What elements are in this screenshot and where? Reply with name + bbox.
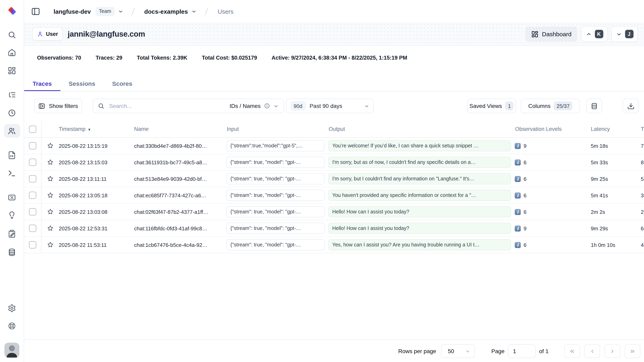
output-cell[interactable]: Hello! How can I assist you today?	[327, 206, 513, 218]
column-header-output[interactable]: Output	[327, 126, 513, 132]
table-row[interactable]: 2025-08-22 13:03:08chat:02f63f47-87b2-43…	[24, 204, 644, 220]
page-number-input[interactable]	[508, 344, 536, 358]
column-header-total-clipped[interactable]: T	[636, 126, 644, 132]
input-cell[interactable]: {"stream": true, "model": "gpt-…	[224, 223, 327, 234]
langfuse-logo-icon[interactable]	[7, 6, 17, 16]
sidebar-item-playground[interactable]	[4, 166, 20, 180]
output-cell[interactable]: I'm sorry, but as of now, I couldn't fin…	[327, 157, 513, 168]
latency-cell: 5m 18s	[588, 143, 636, 149]
column-header-observation-levels[interactable]: Observation Levels	[513, 126, 588, 132]
sidebar-item-tracing[interactable]	[4, 88, 20, 102]
sidebar-item-insights[interactable]	[4, 208, 20, 222]
breadcrumb-section[interactable]: docs-examples	[144, 8, 188, 15]
sidebar-item-home[interactable]	[4, 46, 20, 59]
clipboard-pen-icon	[8, 229, 16, 238]
output-cell[interactable]: I'm sorry, but I couldn't find any infor…	[327, 173, 513, 184]
output-cell[interactable]: You haven't provided any specific inform…	[327, 190, 513, 201]
input-cell[interactable]: {"stream":true,"model":"gpt-5",…	[224, 140, 327, 152]
total-cost-clipped-cell: 3	[636, 192, 644, 198]
select-all-checkbox[interactable]	[29, 126, 36, 133]
star-icon[interactable]	[46, 192, 54, 199]
breadcrumb-project[interactable]: langfuse-dev	[54, 8, 91, 15]
row-checkbox[interactable]	[29, 175, 36, 182]
date-range-selector[interactable]: 90d Past 90 days	[286, 99, 374, 113]
prev-page-button[interactable]	[584, 344, 600, 358]
row-checkbox[interactable]	[29, 208, 36, 216]
last-page-button[interactable]	[625, 344, 640, 358]
tab-traces[interactable]: Traces	[24, 76, 60, 91]
show-filters-button[interactable]: Show filters	[34, 99, 82, 113]
sidebar-item-dashboards[interactable]	[4, 64, 20, 77]
sidebar-item-settings[interactable]	[4, 301, 20, 315]
column-header-input[interactable]: Input	[224, 126, 327, 132]
next-page-button[interactable]	[604, 344, 620, 358]
input-preview: {"stream": true, "model": "gpt-…	[226, 190, 324, 201]
info-icon[interactable]	[264, 103, 270, 109]
total-cost-clipped-cell: 7	[636, 143, 644, 149]
table-header-row: Timestamp▼ Name Input Output Observation…	[24, 121, 644, 138]
output-cell[interactable]: Yes, how can I assist you? Are you havin…	[327, 239, 513, 250]
table-row[interactable]: 2025-08-22 13:05:18chat:ec685f77-7374-42…	[24, 187, 644, 204]
input-cell[interactable]: {"stream": true, "model": "gpt-…	[224, 206, 327, 218]
rows-per-page-select[interactable]: 50	[441, 344, 475, 358]
star-icon[interactable]	[46, 208, 54, 216]
tab-sessions[interactable]: Sessions	[60, 76, 104, 91]
output-cell[interactable]: You’re welcome! If you’d like, I can sha…	[327, 140, 513, 152]
square-percent-icon	[8, 193, 16, 202]
first-page-button[interactable]	[564, 344, 580, 358]
input-cell[interactable]: {"stream": true, "model": "gpt-…	[224, 239, 327, 250]
column-header-latency[interactable]: Latency	[588, 126, 636, 132]
table-row[interactable]: 2025-08-22 13:15:19chat:330bd4e7-d869-4b…	[24, 138, 644, 154]
row-checkbox[interactable]	[29, 159, 36, 166]
row-height-button[interactable]	[586, 99, 602, 113]
sidebar-item-prompts[interactable]	[4, 148, 20, 162]
sidebar-item-support[interactable]	[4, 319, 20, 332]
column-header-timestamp[interactable]: Timestamp▼	[59, 126, 133, 132]
timestamp-cell: 2025-08-22 11:53:11	[59, 242, 133, 248]
search-mode-selector[interactable]: IDs / Names	[230, 103, 279, 109]
chevron-down-icon[interactable]	[191, 9, 196, 14]
row-checkbox[interactable]	[29, 225, 36, 232]
table-row[interactable]: 2025-08-22 13:15:03chat:3611931b-bc77-49…	[24, 154, 644, 171]
row-checkbox-cell	[24, 237, 42, 253]
row-checkbox-cell	[24, 204, 42, 220]
next-user-button[interactable]: J	[612, 26, 638, 42]
user-avatar[interactable]	[4, 343, 19, 358]
sidebar-item-datasets[interactable]	[4, 245, 20, 259]
output-cell[interactable]: Hello! How can I assist you today?	[327, 223, 513, 234]
tab-scores[interactable]: Scores	[104, 76, 141, 91]
table-row[interactable]: 2025-08-22 11:53:11chat:1cb67476-b5ce-4c…	[24, 237, 644, 253]
star-icon[interactable]	[46, 142, 54, 150]
columns-button[interactable]: Columns 25/37	[521, 99, 580, 113]
dashboard-button-label: Dashboard	[542, 30, 572, 38]
sidebar-item-sessions[interactable]	[4, 106, 20, 120]
sidebar-item-users[interactable]	[4, 124, 20, 138]
star-icon[interactable]	[46, 175, 54, 182]
column-header-name[interactable]: Name	[133, 126, 224, 132]
input-cell[interactable]: {"stream": true, "model": "gpt-…	[224, 157, 327, 168]
export-button[interactable]	[623, 99, 639, 113]
search-box[interactable]: IDs / Names	[93, 99, 284, 113]
sidebar-item-search[interactable]	[4, 28, 20, 42]
observation-levels-cell: i6	[513, 192, 588, 198]
sidebar-item-evaluation[interactable]	[4, 190, 20, 204]
row-checkbox[interactable]	[29, 192, 36, 199]
latency-cell: 1h 0m 10s	[588, 242, 636, 248]
search-input[interactable]	[108, 102, 230, 110]
star-icon[interactable]	[46, 159, 54, 166]
table-row[interactable]: 2025-08-22 13:11:11chat:513e84e9-9039-42…	[24, 171, 644, 187]
saved-views-button[interactable]: Saved Views 1	[467, 99, 516, 113]
table-row[interactable]: 2025-08-22 12:53:31chat:116fbfdc-0fd3-41…	[24, 220, 644, 237]
input-cell[interactable]: {"stream": true, "model": "gpt-…	[224, 173, 327, 184]
chevron-down-icon[interactable]	[118, 9, 123, 14]
sidebar-toggle-icon[interactable]	[31, 7, 40, 16]
sidebar-item-annotation[interactable]	[4, 227, 20, 240]
row-checkbox[interactable]	[29, 142, 36, 150]
dashboard-button[interactable]: Dashboard	[525, 26, 578, 42]
prev-user-button[interactable]: K	[581, 26, 608, 42]
timestamp-cell: 2025-08-22 12:53:31	[59, 225, 133, 231]
input-cell[interactable]: {"stream": true, "model": "gpt-…	[224, 190, 327, 201]
star-icon[interactable]	[46, 241, 54, 248]
row-checkbox[interactable]	[29, 241, 36, 248]
star-icon[interactable]	[46, 225, 54, 232]
